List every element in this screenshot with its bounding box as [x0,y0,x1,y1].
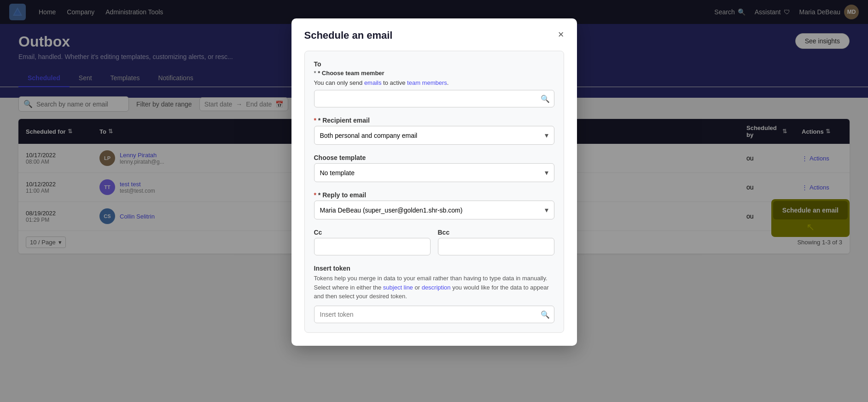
bcc-label: Bcc [438,229,554,236]
choose-team-member-label: * * Choose team member [314,70,554,77]
bcc-input[interactable] [438,238,554,255]
search-icon: 🔍 [541,310,550,319]
dropdown-row: No template ▾ [320,168,548,177]
recipient-email-select[interactable]: Both personal and company email ▾ [314,126,554,145]
team-members-link[interactable]: team members [407,79,447,86]
emails-link[interactable]: emails [364,79,382,86]
reply-to-label: * * Reply to email [314,191,554,199]
insert-token-section: Insert token Tokens help you merge in da… [314,265,554,323]
insert-token-input[interactable] [314,306,554,323]
dropdown-row: Maria DeBeau (super_user@golden1.shr-sb.… [320,206,548,214]
template-value: No template [320,169,355,177]
reply-to-value: Maria DeBeau (super_user@golden1.shr-sb.… [320,207,463,214]
insert-token-title: Insert token [314,265,554,272]
cc-bcc-row: Cc Bcc [314,229,554,255]
cc-label: Cc [314,229,431,236]
cc-input[interactable] [314,238,431,255]
modal-title: Schedule an email [304,30,393,41]
reply-to-section: * * Reply to email Maria DeBeau (super_u… [314,191,554,219]
bcc-section: Bcc [438,229,554,255]
required-marker: * [314,70,318,77]
schedule-email-modal: Schedule an email × To * * Choose team m… [291,18,577,346]
modal-close-button[interactable]: × [558,30,564,40]
team-member-note: You can only send emails to active team … [314,79,554,86]
team-member-input[interactable] [314,90,554,107]
template-section: Choose template No template ▾ [314,154,554,182]
search-icon: 🔍 [541,95,550,103]
modal-form-box: To * * Choose team member You can only s… [304,51,564,333]
modal-header: Schedule an email × [291,18,577,41]
to-section: To * * Choose team member You can only s… [314,60,554,107]
dropdown-row: Both personal and company email ▾ [320,131,548,140]
required-marker: * [314,191,318,199]
team-member-input-wrapper: 🔍 [314,90,554,107]
recipient-email-section: * * Recipient email Both personal and co… [314,117,554,145]
recipient-email-value: Both personal and company email [320,132,418,139]
required-marker: * [314,117,318,124]
recipient-email-label: * * Recipient email [314,117,554,124]
template-label: Choose template [314,154,554,161]
cc-section: Cc [314,229,431,255]
reply-to-select[interactable]: Maria DeBeau (super_user@golden1.shr-sb.… [314,201,554,219]
insert-token-description: Tokens help you merge in data to your em… [314,274,554,301]
insert-token-input-wrapper: 🔍 [314,306,554,323]
modal-body: To * * Choose team member You can only s… [291,41,577,346]
to-label: To [314,60,554,68]
description-link[interactable]: description [422,284,451,291]
chevron-down-icon: ▾ [545,206,548,214]
subject-line-link[interactable]: subject line [383,284,413,291]
template-select[interactable]: No template ▾ [314,163,554,182]
chevron-down-icon: ▾ [545,131,548,140]
chevron-down-icon: ▾ [545,168,548,177]
modal-overlay[interactable]: Schedule an email × To * * Choose team m… [0,0,868,402]
